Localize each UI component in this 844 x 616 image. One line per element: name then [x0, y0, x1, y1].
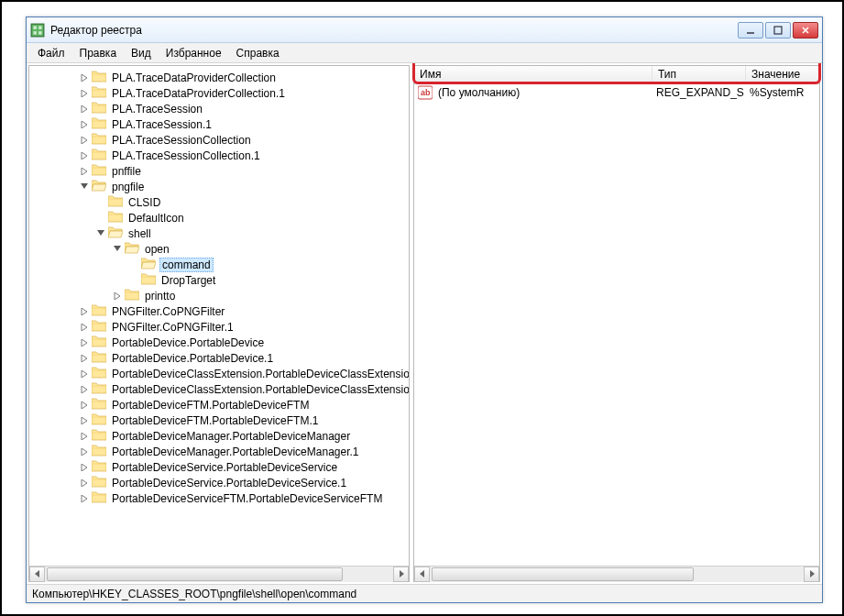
- menu-file[interactable]: Файл: [30, 45, 72, 61]
- expand-icon[interactable]: [79, 88, 90, 99]
- tree-item[interactable]: PortableDeviceService.PortableDeviceServ…: [29, 475, 409, 490]
- expand-icon[interactable]: [79, 415, 90, 426]
- tree-item[interactable]: PLA.TraceSession.1: [29, 116, 409, 132]
- expand-icon[interactable]: [112, 291, 123, 302]
- folder-icon: [92, 85, 110, 101]
- values-list[interactable]: (По умолчанию)REG_EXPAND_SZ%SystemR: [414, 84, 819, 566]
- tree-item[interactable]: pngfile: [29, 179, 409, 194]
- tree-item-label: printto: [143, 290, 177, 302]
- folder-icon: [92, 148, 110, 163]
- menu-view[interactable]: Вид: [124, 45, 159, 61]
- tree-item[interactable]: PortableDeviceManager.PortableDeviceMana…: [29, 444, 409, 459]
- tree-item-label: PLA.TraceDataProviderCollection.1: [110, 87, 287, 100]
- folder-icon: [141, 272, 159, 288]
- folder-icon: [125, 288, 143, 303]
- collapse-icon[interactable]: [112, 244, 123, 255]
- expand-icon[interactable]: [79, 72, 90, 83]
- expand-icon[interactable]: [79, 337, 90, 348]
- expand-icon[interactable]: [79, 119, 90, 130]
- tree-item[interactable]: open: [29, 241, 409, 257]
- tree-hscrollbar[interactable]: [29, 566, 409, 581]
- menu-help[interactable]: Справка: [229, 45, 287, 61]
- expand-icon[interactable]: [79, 384, 90, 395]
- value-row[interactable]: (По умолчанию)REG_EXPAND_SZ%SystemR: [414, 84, 819, 101]
- tree-item-label: PortableDeviceManager.PortableDeviceMana…: [110, 446, 361, 458]
- tree-item[interactable]: PortableDevice.PortableDevice.1: [29, 350, 409, 366]
- scroll-left-button[interactable]: [29, 566, 45, 582]
- tree-item[interactable]: PortableDeviceServiceFTM.PortableDeviceS…: [29, 490, 409, 506]
- expand-icon[interactable]: [79, 478, 90, 489]
- tree-item-label: CLSID: [126, 196, 162, 209]
- tree-item-label: open: [143, 243, 171, 256]
- expand-icon[interactable]: [79, 368, 90, 380]
- maximize-button[interactable]: [765, 22, 791, 38]
- tree-item-label: PLA.TraceSession.1: [110, 118, 214, 131]
- tree-item[interactable]: shell: [29, 226, 409, 241]
- expand-icon[interactable]: [79, 446, 90, 457]
- tree-item[interactable]: PortableDeviceManager.PortableDeviceMana…: [29, 428, 409, 444]
- tree-item[interactable]: PNGFilter.CoPNGFilter: [29, 303, 409, 319]
- col-type[interactable]: Тип: [652, 66, 746, 83]
- value-type: REG_EXPAND_SZ: [651, 86, 744, 99]
- registry-tree[interactable]: PLA.TraceDataProviderCollectionPLA.Trace…: [29, 66, 409, 566]
- expand-icon[interactable]: [79, 166, 90, 177]
- expand-icon[interactable]: [79, 306, 90, 317]
- tree-item[interactable]: PLA.TraceDataProviderCollection: [29, 70, 409, 85]
- menu-favorites[interactable]: Избранное: [159, 45, 229, 61]
- col-name[interactable]: Имя: [414, 66, 652, 83]
- folder-icon: [92, 70, 110, 85]
- tree-item[interactable]: PLA.TraceSessionCollection.1: [29, 148, 409, 163]
- folder-icon: [92, 381, 110, 397]
- tree-item[interactable]: CLSID: [29, 194, 409, 210]
- folder-icon: [92, 350, 110, 366]
- tree-item[interactable]: PortableDevice.PortableDevice: [29, 335, 409, 350]
- expand-icon[interactable]: [79, 431, 90, 442]
- tree-item-label: PNGFilter.CoPNGFilter: [110, 305, 226, 318]
- tree-item-label: PNGFilter.CoPNGFilter.1: [110, 321, 236, 334]
- minimize-button[interactable]: [738, 22, 763, 38]
- tree-item[interactable]: DefaultIcon: [29, 210, 409, 226]
- expand-icon[interactable]: [79, 353, 90, 364]
- tree-item[interactable]: PLA.TraceSessionCollection: [29, 132, 409, 148]
- window-title: Редактор реестра: [50, 24, 738, 37]
- expand-icon[interactable]: [79, 135, 90, 146]
- values-header[interactable]: Имя Тип Значение: [414, 66, 819, 84]
- scroll-left-button[interactable]: [414, 566, 430, 582]
- no-expander: [95, 213, 106, 224]
- tree-item-label: PortableDeviceServiceFTM.PortableDeviceS…: [110, 492, 384, 505]
- expand-icon[interactable]: [79, 462, 90, 473]
- tree-item[interactable]: printto: [29, 288, 409, 303]
- tree-item[interactable]: PortableDeviceFTM.PortableDeviceFTM.1: [29, 412, 409, 428]
- tree-item[interactable]: PortableDeviceClassExtension.PortableDev…: [29, 381, 409, 397]
- scroll-right-button[interactable]: [804, 566, 819, 582]
- registry-editor-window: Редактор реестра Файл Правка Вид Избранн…: [26, 16, 823, 603]
- tree-item[interactable]: PNGFilter.CoPNGFilter.1: [29, 319, 409, 335]
- expand-icon[interactable]: [79, 104, 90, 115]
- folder-icon: [92, 475, 110, 490]
- tree-item-label: PLA.TraceSessionCollection.1: [110, 149, 262, 162]
- value-name: (По умолчанию): [433, 86, 651, 99]
- tree-item-label: pngfile: [110, 181, 146, 193]
- tree-item[interactable]: DropTarget: [29, 272, 409, 288]
- tree-item[interactable]: PortableDeviceFTM.PortableDeviceFTM: [29, 397, 409, 412]
- menu-edit[interactable]: Правка: [72, 45, 125, 61]
- titlebar[interactable]: Редактор реестра: [27, 17, 822, 43]
- close-button[interactable]: [793, 22, 818, 38]
- collapse-icon[interactable]: [95, 228, 106, 239]
- tree-item[interactable]: PortableDeviceService.PortableDeviceServ…: [29, 459, 409, 475]
- app-icon: [30, 23, 45, 38]
- expand-icon[interactable]: [79, 493, 90, 504]
- tree-pane: PLA.TraceDataProviderCollectionPLA.Trace…: [28, 65, 410, 582]
- tree-item[interactable]: PLA.TraceDataProviderCollection.1: [29, 85, 409, 101]
- expand-icon[interactable]: [79, 150, 90, 161]
- tree-item[interactable]: command: [29, 257, 409, 272]
- values-hscrollbar[interactable]: [414, 566, 819, 581]
- collapse-icon[interactable]: [79, 182, 90, 192]
- scroll-right-button[interactable]: [393, 566, 409, 582]
- tree-item[interactable]: PortableDeviceClassExtension.PortableDev…: [29, 366, 409, 381]
- col-value[interactable]: Значение: [746, 66, 819, 83]
- tree-item[interactable]: PLA.TraceSession: [29, 101, 409, 116]
- expand-icon[interactable]: [79, 400, 90, 411]
- expand-icon[interactable]: [79, 322, 90, 333]
- tree-item[interactable]: pnffile: [29, 163, 409, 179]
